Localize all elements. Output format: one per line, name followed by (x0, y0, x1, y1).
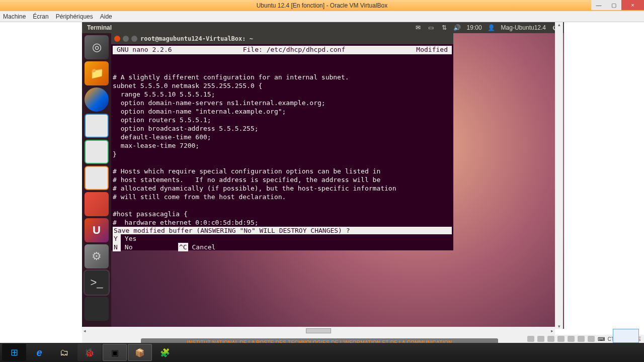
dash-glyph: ◎ (92, 41, 102, 54)
menu-machine[interactable]: Machine (3, 13, 26, 20)
nano-header: GNU nano 2.2.6 File: /etc/dhcp/dhcpd.con… (113, 46, 452, 54)
taskbar-app3-icon[interactable]: 🧩 (153, 344, 177, 361)
battery-icon[interactable]: ▭ (428, 24, 435, 31)
sb-display-icon[interactable] (578, 336, 585, 342)
hscroll-thumb[interactable] (306, 328, 331, 333)
gear-icon: ⚙ (92, 250, 102, 263)
sb-hdd-icon[interactable] (527, 336, 534, 342)
vm-horizontal-scrollbar[interactable]: ◂ ▸ (82, 327, 555, 335)
minimize-button[interactable]: — (591, 0, 606, 10)
host-window-titlebar: Ubuntu 12.4 [En fonction] - Oracle VM Vi… (0, 0, 644, 11)
nano-prompt-options: Y Yes N No ^C Cancel (111, 234, 453, 251)
panel-username[interactable]: Mag-Ubuntu12.4 (501, 24, 546, 31)
menu-aide[interactable]: Aide (100, 13, 112, 20)
terminal-minimize-icon[interactable] (123, 36, 129, 42)
terminal-glyph: >_ (90, 276, 103, 289)
explorer-glyph: 🗂 (60, 347, 69, 358)
sb-usb-icon[interactable] (557, 336, 565, 342)
unity-launcher: ◎ 📁 U ⚙ >_ (82, 33, 111, 329)
scroll-right-icon[interactable]: ▸ (551, 328, 553, 333)
firefox-icon[interactable] (85, 87, 109, 112)
menu-peripheriques[interactable]: Périphériques (56, 13, 93, 20)
ubuntu-one-glyph: U (93, 224, 101, 237)
host-blank-area (564, 22, 644, 343)
nano-version: GNU nano 2.2.6 (117, 46, 172, 54)
nano-cancel-label: Cancel (192, 243, 215, 251)
libreoffice-impress-icon[interactable] (85, 166, 109, 190)
nano-save-prompt: Save modified buffer (ANSWERING "No" WIL… (113, 227, 452, 234)
taskbar-ie-icon[interactable]: e (27, 344, 51, 361)
sb-shared-icon[interactable] (568, 336, 575, 342)
terminal-window-buttons (114, 36, 137, 42)
scroll-left-icon[interactable]: ◂ (84, 328, 86, 333)
scroll-up-icon[interactable]: ▴ (558, 22, 560, 27)
terminal-close-icon[interactable] (114, 36, 120, 42)
mail-icon[interactable]: ✉ (415, 24, 422, 31)
terminal-maximize-icon[interactable] (131, 36, 137, 42)
terminal-title: root@magubuntu124-VirtualBox: ~ (140, 35, 253, 42)
sb-mouse-icon[interactable] (588, 336, 595, 342)
terminal-titlebar[interactable]: root@magubuntu124-VirtualBox: ~ (111, 33, 453, 44)
virtualbox-menubar: Machine Écran Périphériques Aide (0, 11, 644, 22)
panel-app-title: Terminal (87, 24, 112, 31)
scroll-down-icon[interactable]: ▾ (558, 324, 560, 329)
sb-net-icon[interactable] (547, 336, 554, 342)
nano-status: Modified (416, 46, 448, 54)
user-icon: 👤 (488, 24, 495, 31)
ubuntu-top-panel: Terminal ✉ ▭ ⇅ 🔊 19:00 👤 Mag-Ubuntu12.4 … (82, 22, 564, 33)
ubuntu-one-icon[interactable]: U (85, 218, 109, 242)
nano-yes-key[interactable]: Y (113, 234, 121, 243)
nano-yes-label: Yes (125, 235, 136, 242)
maximize-button[interactable]: ▢ (606, 0, 621, 10)
taskbar-app2-icon[interactable]: ▣ (103, 344, 127, 361)
software-center-icon[interactable] (85, 192, 109, 216)
start-button[interactable]: ⊞ (2, 344, 26, 361)
system-settings-icon[interactable]: ⚙ (85, 244, 109, 268)
window-controls: — ▢ × (591, 0, 644, 10)
files-glyph: 📁 (90, 67, 104, 80)
libreoffice-writer-icon[interactable] (85, 114, 109, 138)
nano-no-key[interactable]: N (113, 243, 121, 251)
workspace-switcher-icon[interactable] (85, 297, 109, 321)
sb-cd-icon[interactable] (537, 336, 544, 342)
network-icon[interactable]: ⇅ (441, 24, 448, 31)
windows-taskbar: ⊞ e 🗂 🐞 ▣ 📦 🧩 (0, 343, 644, 362)
volume-icon[interactable]: 🔊 (454, 24, 461, 31)
nano-filename: File: /etc/dhcp/dhcpd.conf (243, 46, 346, 54)
host-window-title: Ubuntu 12.4 [En fonction] - Oracle VM Vi… (257, 2, 388, 9)
start-icon: ⊞ (11, 347, 18, 358)
terminal-window: root@magubuntu124-VirtualBox: ~ GNU nano… (111, 33, 453, 250)
ie-glyph: e (36, 347, 42, 358)
vm-preview-thumbnail[interactable] (613, 329, 639, 343)
panel-indicators: ✉ ▭ ⇅ 🔊 19:00 👤 Mag-Ubuntu12.4 ⏻ (415, 24, 559, 31)
files-icon[interactable]: 📁 (85, 61, 109, 85)
terminal-launcher-icon[interactable]: >_ (85, 270, 109, 295)
nano-cancel-key[interactable]: ^C (178, 243, 188, 251)
taskbar-virtualbox-icon[interactable]: 📦 (128, 344, 152, 361)
sb-hostkey-icon: ⌨ (598, 336, 605, 342)
taskbar-app1-icon[interactable]: 🐞 (77, 344, 102, 361)
close-button[interactable]: × (621, 0, 644, 10)
nano-editor-body[interactable]: # A slightly different configuration for… (111, 56, 453, 227)
panel-time[interactable]: 19:00 (467, 24, 482, 31)
menu-ecran[interactable]: Écran (33, 13, 48, 20)
dash-icon[interactable]: ◎ (85, 35, 109, 59)
nano-no-label: No (125, 243, 133, 251)
libreoffice-calc-icon[interactable] (85, 140, 109, 164)
taskbar-explorer-icon[interactable]: 🗂 (52, 344, 76, 361)
vm-vertical-scrollbar[interactable]: ▴ ▾ (555, 22, 563, 329)
